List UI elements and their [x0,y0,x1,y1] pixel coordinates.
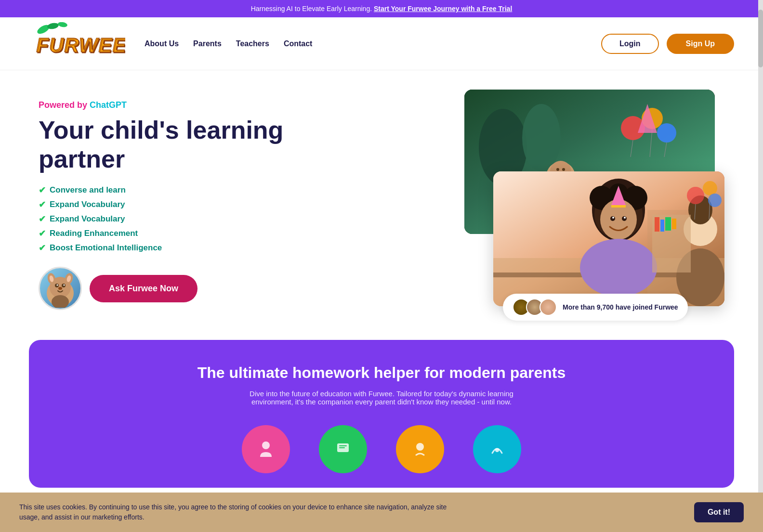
circle-yellow [396,425,444,473]
login-button[interactable]: Login [601,34,659,54]
svg-point-23 [562,168,565,171]
joined-section: More than 9,700 have joined Furwee [503,294,688,321]
svg-point-27 [657,123,676,143]
purple-title: The ultimate homework helper for modern … [48,364,715,382]
navbar: FURWEE About Us Parents Teachers Contact… [0,17,763,70]
check-icon-5: ✔ [39,243,46,253]
svg-text:FURWEE: FURWEE [36,34,125,56]
svg-rect-53 [665,217,671,231]
check-icon-2: ✔ [39,199,46,210]
check-icon-1: ✔ [39,185,46,195]
svg-point-10 [58,287,62,290]
feature-4: ✔Reading Enhancement [39,228,289,239]
svg-point-46 [580,239,657,297]
banner-cta[interactable]: Start Your Furwee Journey with a Free Tr… [374,5,512,13]
svg-point-58 [703,181,717,195]
features-list: ✔Converse and learn ✔Expand Vocabulary ✔… [39,185,289,253]
logo-text: FURWEE [29,22,125,65]
nav-links: About Us Parents Teachers Contact [145,39,312,48]
check-icon-4: ✔ [39,228,46,239]
svg-rect-51 [655,217,659,232]
circles-row [48,425,715,473]
navbar-left: FURWEE About Us Parents Teachers Contact [29,22,312,65]
nav-contact[interactable]: Contact [284,39,313,48]
feature-5: ✔Boost Emotional Intelligence [39,243,289,253]
circle-pink [242,425,290,473]
circle-green [319,425,367,473]
svg-rect-56 [611,205,626,208]
feature-3: ✔Expand Vocabulary [39,214,289,224]
purple-desc: Dive into the future of education with F… [237,389,526,406]
svg-point-9 [64,285,65,286]
hero-left: Powered by ChatGPT Your child's learning… [39,100,289,311]
svg-rect-52 [660,220,664,232]
svg-point-45 [624,217,626,219]
powered-by: Powered by ChatGPT [39,100,289,110]
banner-text: Harnessing AI to Elevate Early Learning. [251,5,372,13]
scrollbar-thumb[interactable] [758,10,763,67]
furwee-avatar [39,267,82,310]
circle-teal [473,425,521,473]
svg-rect-54 [672,219,676,229]
hero-bottom: Ask Furwee Now [39,267,289,310]
svg-point-19 [522,104,561,171]
hero-right: More than 9,700 have joined Furwee [464,90,734,321]
svg-point-2 [57,22,67,28]
svg-point-57 [687,187,704,204]
chatgpt-label: ChatGPT [90,100,127,110]
svg-point-22 [556,168,559,171]
nav-teachers[interactable]: Teachers [236,39,269,48]
hero-title: Your child's learning partner [39,116,289,174]
check-icon-3: ✔ [39,214,46,224]
svg-rect-64 [339,445,347,446]
svg-point-62 [262,441,270,449]
feature-1: ✔Converse and learn [39,185,289,195]
hero-section: Powered by ChatGPT Your child's learning… [0,70,763,340]
feature-2: ✔Expand Vocabulary [39,199,289,210]
svg-point-8 [57,285,58,286]
top-banner: Harnessing AI to Elevate Early Learning.… [0,0,763,17]
purple-section: The ultimate homework helper for modern … [29,340,734,488]
mini-avatar-3 [539,298,557,316]
scrollbar[interactable] [758,0,763,488]
navbar-right: Login Sign Up [601,34,734,54]
svg-point-66 [416,443,424,451]
child-photo [493,171,724,306]
ask-furwee-button[interactable]: Ask Furwee Now [90,275,197,302]
powered-by-text: Powered by [39,100,90,110]
joined-text: More than 9,700 have joined Furwee [563,303,678,311]
signup-button[interactable]: Sign Up [667,34,734,54]
svg-point-44 [612,217,614,219]
nav-about[interactable]: About Us [145,39,179,48]
svg-point-67 [495,448,499,452]
avatar-group [513,298,557,316]
logo: FURWEE [29,22,125,65]
nav-parents[interactable]: Parents [193,39,222,48]
svg-rect-65 [339,447,345,448]
